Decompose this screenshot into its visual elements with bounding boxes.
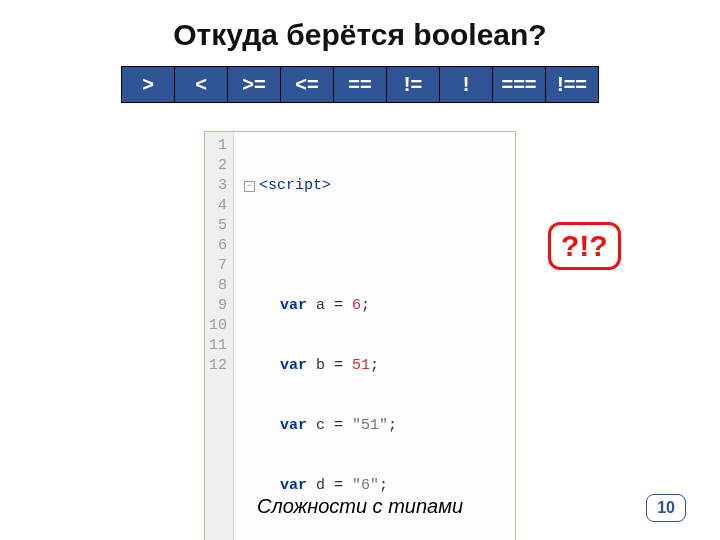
page-number-badge: 10 — [646, 494, 686, 522]
code-line-2 — [244, 236, 451, 256]
code-line-5: var c = "51"; — [244, 416, 451, 436]
code-line-1: −<script> — [244, 176, 451, 196]
code-line-4: var b = 51; — [244, 356, 451, 376]
op-le: <= — [280, 66, 334, 103]
op-lt: < — [174, 66, 228, 103]
code-body: −<script> var a = 6; var b = 51; var c =… — [234, 132, 459, 540]
footer-caption: Сложности с типами — [257, 495, 463, 517]
code-line-3: var a = 6; — [244, 296, 451, 316]
op-neq: != — [386, 66, 440, 103]
fold-icon: − — [244, 181, 255, 192]
code-line-7 — [244, 536, 451, 540]
footer: Сложности с типами — [0, 495, 720, 518]
confused-bubble: ?!? — [548, 222, 621, 270]
operator-row: > < >= <= == != ! === !== — [121, 66, 599, 103]
page-title: Откуда берётся boolean? — [0, 18, 720, 52]
code-line-6: var d = "6"; — [244, 476, 451, 496]
op-gt: > — [121, 66, 175, 103]
op-seq: === — [492, 66, 546, 103]
code-editor: 123456 789101112 −<script> var a = 6; va… — [204, 131, 516, 540]
op-sneq: !== — [545, 66, 599, 103]
op-ge: >= — [227, 66, 281, 103]
op-eq: == — [333, 66, 387, 103]
op-not: ! — [439, 66, 493, 103]
line-number-gutter: 123456 789101112 — [205, 132, 234, 540]
